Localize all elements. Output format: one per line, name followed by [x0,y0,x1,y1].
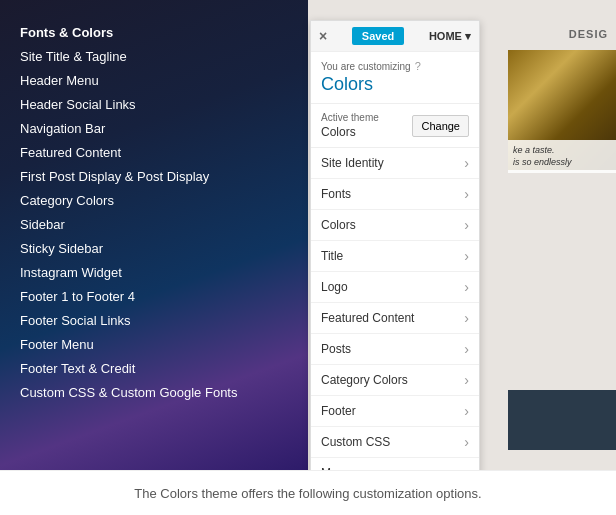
close-button[interactable]: × [319,28,327,44]
menu-item-label: Colors [321,218,356,232]
customizer-header: × Saved HOME ▾ [311,21,479,52]
chevron-right-icon: › [464,186,469,202]
nav-list: Fonts & ColorsSite Title & TaglineHeader… [20,20,288,404]
nav-item[interactable]: Header Menu [20,68,288,92]
caption-text: The Colors theme offers the following cu… [134,486,481,501]
menu-link[interactable]: Logo› [311,272,479,302]
active-theme-label: Active theme [321,112,379,123]
menu-link[interactable]: Menus› [311,458,479,470]
overlay-text-1: ke a taste. [513,145,611,157]
you-are-label: You are customizing ? [321,60,469,72]
chevron-right-icon: › [464,217,469,233]
menu-item[interactable]: Posts› [311,334,479,365]
design-label: DESIG [569,28,608,40]
menu-item[interactable]: Custom CSS› [311,427,479,458]
nav-link[interactable]: First Post Display & Post Display [20,169,209,184]
main-area: Fonts & ColorsSite Title & TaglineHeader… [0,0,616,470]
menu-item[interactable]: Title› [311,241,479,272]
menu-item-label: Fonts [321,187,351,201]
menu-link[interactable]: Posts› [311,334,479,364]
nav-item[interactable]: Sidebar [20,212,288,236]
menu-item-label: Category Colors [321,373,408,387]
menu-item-label: Title [321,249,343,263]
menu-item[interactable]: Menus› [311,458,479,470]
nav-link[interactable]: Category Colors [20,193,114,208]
menu-item[interactable]: Category Colors› [311,365,479,396]
menu-link[interactable]: Site Identity› [311,148,479,178]
menu-item[interactable]: Colors› [311,210,479,241]
customizer-top: You are customizing ? Colors [311,52,479,104]
chevron-right-icon: › [464,248,469,264]
section-title: Colors [321,74,469,95]
nav-item[interactable]: Navigation Bar [20,116,288,140]
menu-item-label: Site Identity [321,156,384,170]
menu-item-label: Logo [321,280,348,294]
menu-item[interactable]: Footer› [311,396,479,427]
nav-item[interactable]: Category Colors [20,188,288,212]
nav-item[interactable]: Featured Content [20,140,288,164]
help-icon[interactable]: ? [415,60,421,72]
menu-link[interactable]: Fonts› [311,179,479,209]
customizer-panel: × Saved HOME ▾ You are customizing ? Col… [310,20,480,470]
nav-item[interactable]: Instagram Widget [20,260,288,284]
nav-link[interactable]: Site Title & Tagline [20,49,127,64]
nav-item[interactable]: Footer 1 to Footer 4 [20,284,288,308]
menu-link[interactable]: Custom CSS› [311,427,479,457]
chevron-right-icon: › [464,279,469,295]
left-navigation: Fonts & ColorsSite Title & TaglineHeader… [0,10,308,414]
menu-item[interactable]: Fonts› [311,179,479,210]
menu-link[interactable]: Category Colors› [311,365,479,395]
nav-link[interactable]: Navigation Bar [20,121,105,136]
nav-item[interactable]: Footer Social Links [20,308,288,332]
customizer-menu: Site Identity›Fonts›Colors›Title›Logo›Fe… [311,148,479,470]
overlay-text-2: is so endlessly [513,157,611,169]
chevron-right-icon: › [464,372,469,388]
menu-link[interactable]: Colors› [311,210,479,240]
nav-link[interactable]: Custom CSS & Custom Google Fonts [20,385,237,400]
nav-item[interactable]: Custom CSS & Custom Google Fonts [20,380,288,404]
nav-link[interactable]: Instagram Widget [20,265,122,280]
menu-link[interactable]: Footer› [311,396,479,426]
chevron-right-icon: › [464,403,469,419]
bottom-preview-block [508,390,616,450]
menu-link[interactable]: Title› [311,241,479,271]
nav-item[interactable]: Footer Menu [20,332,288,356]
nav-link[interactable]: Footer Menu [20,337,94,352]
nav-link[interactable]: Featured Content [20,145,121,160]
chevron-right-icon: › [464,341,469,357]
menu-item-label: Footer [321,404,356,418]
nav-link[interactable]: Header Menu [20,73,99,88]
nav-link[interactable]: Header Social Links [20,97,136,112]
menu-item[interactable]: Site Identity› [311,148,479,179]
change-theme-button[interactable]: Change [412,115,469,137]
nav-link[interactable]: Footer Social Links [20,313,131,328]
nav-item[interactable]: Site Title & Tagline [20,44,288,68]
nav-item[interactable]: First Post Display & Post Display [20,164,288,188]
active-theme-section: Active theme Colors Change [311,104,479,148]
saved-button[interactable]: Saved [352,27,404,45]
chevron-right-icon: › [464,310,469,326]
nav-link[interactable]: Sticky Sidebar [20,241,103,256]
preview-content: DESIG ke a taste. is so endlessly [508,0,616,470]
chevron-right-icon: › [464,465,469,470]
chevron-right-icon: › [464,155,469,171]
menu-item-label: Featured Content [321,311,414,325]
menu-link[interactable]: Featured Content› [311,303,479,333]
menu-item-label: Custom CSS [321,435,390,449]
nav-link[interactable]: Footer Text & Credit [20,361,135,376]
nav-item[interactable]: Footer Text & Credit [20,356,288,380]
chevron-right-icon: › [464,434,469,450]
nav-link[interactable]: Sidebar [20,217,65,232]
menu-item[interactable]: Logo› [311,272,479,303]
text-overlay: ke a taste. is so endlessly [508,140,616,173]
nav-item[interactable]: Sticky Sidebar [20,236,288,260]
nav-link[interactable]: Footer 1 to Footer 4 [20,289,135,304]
menu-item-label: Menus [321,466,357,470]
menu-item-label: Posts [321,342,351,356]
home-link[interactable]: HOME ▾ [429,30,471,43]
nav-link[interactable]: Fonts & Colors [20,25,113,40]
nav-item[interactable]: Header Social Links [20,92,288,116]
nav-item[interactable]: Fonts & Colors [20,20,288,44]
menu-item[interactable]: Featured Content› [311,303,479,334]
active-theme-name: Colors [321,125,379,139]
